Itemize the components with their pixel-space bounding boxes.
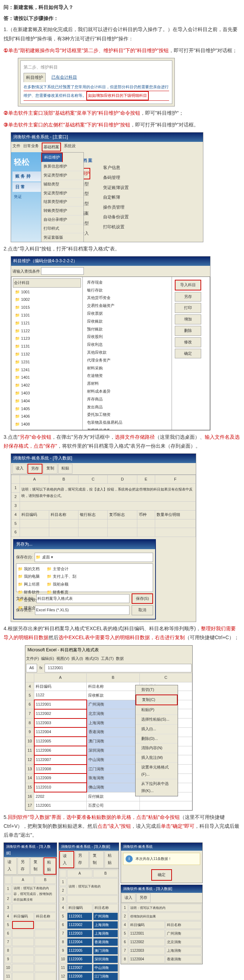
dropdown-item[interactable]: 自动分录维护 [41, 215, 84, 224]
excel-menu[interactable]: 插入(I) [71, 655, 83, 662]
link-item[interactable]: 自动备份设置 [103, 212, 129, 222]
link-item[interactable]: 条码管理 [103, 173, 129, 183]
tb-paste[interactable]: 粘贴 [44, 858, 57, 875]
ctx-item[interactable]: 插入批注(M) [136, 753, 177, 763]
tb-copy[interactable]: 复制 [43, 464, 57, 474]
formula-bar[interactable]: 1122001 [44, 664, 192, 672]
dropdown-item[interactable]: 辅助类型 [41, 180, 84, 189]
menu-daily[interactable]: 日常业务 [23, 143, 39, 152]
link-item[interactable]: 操作员管理 [103, 202, 129, 213]
tb-copy[interactable]: 复制 [30, 858, 43, 875]
link-item[interactable]: 打印机设置 [103, 222, 129, 232]
method3: ③单击软件主窗口的左侧栏"基础档案"下的"科目维护"按钮，即可打开"科目维护"对… [3, 120, 241, 129]
tb-saveas[interactable]: 另存 [136, 893, 151, 902]
excel-menu[interactable]: 视图(V) [56, 655, 70, 662]
save-button[interactable]: 保存(S) [132, 593, 153, 604]
import-saveas-screenshot: 润衡软件-账务系统 - [导入数据] 读入 另存 复制 粘贴 ABCDEF 1说… [11, 453, 196, 622]
method1: ①单击"期初建账操作向导"对话框里"第二步、维护科目"下的"科目维护"按钮，即可… [3, 46, 241, 55]
ctx-item[interactable]: 粘贴(P) [136, 705, 177, 715]
save-title: 另存为... [14, 540, 155, 549]
tb-read[interactable]: 读入 [121, 893, 136, 902]
account-maintain-screenshot: 科目维护（编码分级4-3-3-2-2-2） 请输入查找条件 会计科目 📁 100… [11, 256, 211, 430]
info-message: i 本次共存入11条数据！ [123, 853, 200, 865]
import-button[interactable]: 导入科目 [175, 280, 201, 291]
cancel-button[interactable]: 取消 [132, 605, 153, 615]
search-input[interactable] [41, 267, 84, 275]
ctx-item[interactable]: 选择性粘贴(S)... [136, 715, 177, 725]
answer-label: 答：请按以下步骤操作： [3, 14, 241, 23]
add-button[interactable]: 增加 [175, 314, 201, 325]
question: 问：新建套账，科目如何导入？ [3, 3, 241, 12]
dropdown-item[interactable]: 凭证类型维护 [41, 189, 84, 198]
window-title: 润衡软件-账务系统 - [主窗口] [11, 132, 203, 142]
menu-file[interactable]: 文件 [13, 143, 21, 152]
filename-input[interactable]: 科目档案导入格式表 [36, 594, 130, 603]
main-menu-screenshot: 润衡软件-账务系统 - [主窗口] 文件 日常业务 基础档案 系统设 轻松 科目… [11, 132, 203, 242]
ok-button[interactable]: 确定 [175, 349, 201, 359]
dropdown-item[interactable]: 打印样式 [41, 224, 84, 233]
step-title: 第二步、维护科目 [24, 64, 169, 72]
import-title: 润衡软件-账务系统 - [导入数据] [11, 454, 196, 463]
ok-button[interactable]: 确定 [151, 869, 172, 881]
tab-maintain[interactable]: 科目维护 [24, 73, 46, 83]
excel-menu[interactable]: 格式(O) [85, 655, 99, 662]
import-grid[interactable]: ABCDEF 1说明：填写以下表格的内容，填写完成后，按【读入】按钮，系统将会把… [11, 475, 196, 537]
dropdown-item[interactable]: 凭证类型维护 [41, 171, 84, 180]
tb-saveas[interactable]: 另存 [75, 851, 89, 868]
modify-button[interactable]: 修改 [175, 337, 201, 347]
method2: ②单击软件主窗口顶部"基础档案"菜单下的"科目维护"命令按钮，即可"科目维护"； [3, 108, 241, 118]
print-button[interactable]: 打印 [175, 303, 201, 313]
dropdown-item[interactable]: 结算类型维护 [41, 197, 84, 207]
dropdown-item[interactable]: 凭证套版版 [41, 233, 84, 242]
tb-read[interactable]: 读入 [4, 858, 17, 875]
tb-read[interactable]: 读入 [13, 464, 27, 474]
save-as-dialog: 另存为... 保存在(I): 📁 桌面 ▾ 📁 我的文档📁 我的电脑📁 网上邻居… [13, 539, 156, 619]
step4: 4.根据另存出来的"科目档案导入格式"EXCEL表的格式(科目编码、科目名称等排… [3, 624, 241, 642]
excel-menu[interactable]: 编辑(E) [41, 655, 54, 662]
tb-saveas[interactable]: 另存 [27, 464, 43, 474]
menu-system[interactable]: 系统设 [64, 143, 76, 152]
tb-read[interactable]: 读入 [59, 851, 74, 868]
ctx-item[interactable]: 复制(C) [136, 695, 177, 705]
note-line1: 在多数情况下系统已经预置了您常用的会计科目，但是部分科目仍然需要您亲自进行 [24, 84, 169, 91]
ctx-item[interactable]: 从下拉列表中选择(K)... [136, 779, 177, 796]
dropdown-item[interactable]: 换算信息维护 [41, 162, 84, 171]
context-menu: 剪切(T)复制(C)粘贴(P)选择性粘贴(S)...插入(I)...删除(D).… [135, 685, 178, 797]
search-label: 请输入查找条件 [13, 269, 40, 273]
excel-menu[interactable]: 文件(F) [26, 655, 39, 662]
savein-dropdown[interactable]: 📁 桌面 ▾ [35, 553, 153, 562]
tb-copy[interactable]: 复制 [90, 851, 104, 868]
tree-title: 科目维护（编码分级4-3-3-2-2-2） [11, 256, 210, 266]
filetype-dropdown[interactable]: Excel Files (*.XLS) [35, 606, 130, 615]
excel-screenshot: Microsoft Excel - 科目档案导入格式表 文件(F)编辑(E)视图… [25, 645, 193, 811]
cell-ref[interactable]: A6 [26, 664, 37, 672]
tb-saveas[interactable]: 另存 [17, 858, 30, 875]
link-item[interactable]: 凭证账簿设置 [103, 183, 129, 193]
link-item[interactable]: 自定帐簿 [103, 192, 129, 202]
final-screenshots: 润衡软件-账务系统 - [导入数据] 读入 另存 复制 粘贴 AB 1说明：填写… [3, 842, 241, 980]
ctx-item[interactable]: 删除(D)... [136, 734, 177, 744]
excel-menu[interactable]: 工具(T) [101, 655, 114, 662]
step3: 3.点击"另存"命令按钮，在弹出"另存为"对话框中，选择文件存储路径（这里我们选… [3, 433, 241, 450]
excel-menu[interactable]: 数据 [116, 655, 124, 662]
link-item[interactable]: 客户信息 [103, 163, 129, 173]
dropdown-item[interactable]: 转账类型维护 [41, 207, 84, 215]
tree-codes[interactable]: 会计科目 📁 1001📁 1002📁 1015📁 1101📁 1121📁 112… [11, 277, 83, 430]
filename-label: 文件名(N): [16, 595, 34, 602]
note-line2: 维护、您需要修改某些科目名称等。如如增加应收科目的下级明细科目 [24, 91, 169, 101]
delete-button[interactable]: 删除 [175, 326, 201, 336]
filetype-label: 保存类型: [16, 607, 33, 614]
ctx-item[interactable]: 插入(I)... [136, 725, 177, 734]
tb-paste[interactable]: 粘贴 [105, 851, 119, 868]
ctx-item[interactable]: 清除内容(N) [136, 743, 177, 753]
tab-existing[interactable]: 已有会计科目 [49, 73, 79, 83]
dropdown-maintain[interactable]: 科目维护 [41, 153, 63, 162]
tb-paste[interactable]: 粘贴 [58, 464, 73, 474]
tree-names[interactable]: 库存现金银行存款其他货币资金交易性金融资产应收票据应收账款预付账款应收股利应收利… [83, 277, 172, 430]
saveas-button[interactable]: 另存 [175, 292, 201, 302]
ctx-item[interactable]: 设置单元格格式(F)... [136, 763, 177, 780]
step1-intro: 1.（在新建套账及初始化完成后，我们就可以进行会计科目的导入操作了。）在导入会计… [3, 25, 241, 43]
ctx-item[interactable]: 剪切(T) [136, 685, 177, 695]
info-icon: i [125, 855, 133, 862]
menu-base-archive[interactable]: 基础档案 [42, 143, 61, 152]
